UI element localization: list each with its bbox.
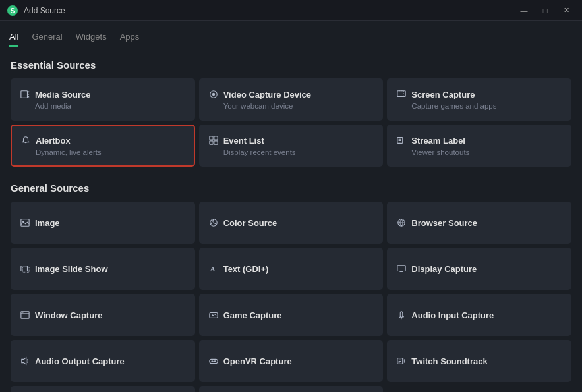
source-name: Game Capture	[223, 310, 282, 320]
window-icon	[20, 310, 30, 320]
source-name: Twitch Soundtrack	[411, 356, 487, 366]
source-name: OpenVR Capture	[223, 356, 292, 366]
svg-rect-14	[214, 141, 218, 144]
source-name: Window Capture	[35, 310, 102, 320]
svg-line-5	[28, 96, 29, 98]
source-card-video-capture[interactable]: Video Capture Device Your webcam device	[199, 78, 384, 121]
close-button[interactable]: ✕	[557, 4, 575, 17]
tab-apps[interactable]: Apps	[120, 21, 140, 47]
source-card-audio-input[interactable]: Audio Input Capture	[387, 294, 571, 336]
source-card-header: Event List	[209, 136, 374, 146]
essential-section-title: Essential Sources	[11, 59, 571, 70]
list-icon	[209, 136, 218, 145]
source-card-header: Audio Output Capture	[20, 356, 185, 366]
source-desc: Display recent events	[223, 148, 374, 156]
browser-icon	[397, 218, 406, 227]
source-card-text-gdi[interactable]: A Text (GDI+)	[199, 248, 384, 290]
source-name: Screen Capture	[411, 90, 475, 99]
svg-rect-11	[210, 136, 213, 140]
svg-point-42	[211, 360, 213, 362]
color-icon	[209, 218, 218, 227]
source-card-window-capture[interactable]: Window Capture	[11, 294, 195, 336]
title-bar: S Add Source — □ ✕	[0, 0, 582, 21]
tab-general[interactable]: General	[32, 21, 62, 47]
essential-grid: Media Source Add media Video Capture Dev…	[11, 78, 571, 167]
source-card-header: Window Capture	[20, 310, 185, 320]
general-section: General Sources Image Color Source	[11, 182, 571, 392]
source-name: Alertbox	[36, 136, 71, 146]
svg-point-33	[24, 312, 24, 313]
tab-widgets[interactable]: Widgets	[76, 21, 107, 47]
source-card-stream-label[interactable]: Stream Label Viewer shoutouts	[387, 125, 571, 167]
source-card-browser-source[interactable]: Browser Source	[387, 202, 571, 244]
source-card-audio-output[interactable]: Audio Output Capture	[11, 340, 195, 382]
source-card-header: A Text (GDI+)	[209, 264, 374, 274]
soundtrack-icon	[397, 356, 406, 366]
svg-rect-13	[210, 141, 213, 144]
source-card-image-slideshow[interactable]: Image Slide Show	[11, 248, 195, 290]
source-card-twitch-soundtrack[interactable]: Twitch Soundtrack	[387, 340, 571, 382]
title-bar-title: Add Source	[24, 6, 65, 15]
svg-point-38	[216, 316, 216, 316]
source-card-header: Image	[20, 218, 185, 228]
audio-output-icon	[20, 356, 30, 366]
label-icon	[397, 136, 406, 145]
source-card-header: OpenVR Capture	[209, 356, 374, 366]
source-card-header: Alertbox	[21, 136, 185, 146]
source-name: Image Slide Show	[35, 264, 108, 274]
svg-point-43	[214, 360, 216, 362]
source-card-header: Twitch Soundtrack	[397, 356, 562, 366]
tab-all[interactable]: All	[9, 21, 18, 47]
title-bar-left: S Add Source	[7, 5, 65, 16]
svg-text:S: S	[11, 7, 15, 14]
source-card-event-list[interactable]: Event List Display recent events	[199, 125, 384, 167]
game-icon	[209, 310, 218, 320]
source-card-openvr[interactable]: OpenVR Capture	[199, 340, 384, 382]
svg-marker-40	[22, 358, 26, 365]
slideshow-icon	[20, 264, 30, 273]
svg-rect-9	[399, 91, 404, 97]
bell-icon	[21, 136, 30, 145]
text-icon: A	[209, 264, 218, 273]
source-card-media-source[interactable]: Media Source Add media	[11, 78, 195, 121]
source-card-game-capture[interactable]: Game Capture	[199, 294, 384, 336]
essential-section: Essential Sources Media Source Add media…	[11, 59, 571, 167]
source-card-header: Video Capture Device	[209, 90, 374, 99]
media-icon	[20, 90, 30, 99]
svg-point-32	[22, 312, 22, 313]
source-card-instant-replay[interactable]: Instant Replay	[199, 386, 384, 392]
general-section-title: General Sources	[11, 182, 571, 194]
general-grid: Image Color Source Browser Source	[11, 202, 571, 392]
source-desc: Dynamic, live alerts	[36, 148, 185, 156]
source-card-display-capture[interactable]: Display Capture	[387, 248, 571, 290]
source-card-color-source[interactable]: Color Source	[199, 202, 384, 244]
title-bar-controls: — □ ✕	[515, 4, 575, 17]
source-card-header: Color Source	[209, 218, 374, 228]
source-card-header: Audio Input Capture	[397, 310, 562, 320]
audio-input-icon	[397, 310, 406, 320]
screen-icon	[397, 90, 406, 99]
source-card-scene[interactable]: Scene	[11, 386, 195, 392]
svg-rect-25	[23, 267, 30, 272]
video-icon	[209, 90, 218, 99]
source-desc: Your webcam device	[223, 102, 374, 110]
minimize-button[interactable]: —	[515, 4, 533, 17]
app-icon: S	[7, 5, 18, 16]
source-card-header: Screen Capture	[397, 90, 562, 99]
svg-rect-12	[214, 136, 218, 140]
source-card-screen-capture[interactable]: Screen Capture Capture games and apps	[387, 78, 571, 121]
source-card-image[interactable]: Image	[11, 202, 195, 244]
svg-rect-8	[397, 91, 405, 97]
source-card-header: Media Source	[20, 90, 185, 99]
source-card-alertbox[interactable]: Alertbox Dynamic, live alerts	[11, 125, 195, 167]
source-name: Text (GDI+)	[223, 264, 269, 274]
maximize-button[interactable]: □	[536, 4, 554, 17]
nav-tabs: All General Widgets Apps	[0, 21, 582, 47]
source-name: Image	[35, 218, 60, 228]
source-name: Media Source	[35, 90, 91, 99]
source-name: Video Capture Device	[223, 90, 311, 99]
svg-rect-24	[21, 266, 28, 271]
image-icon	[20, 218, 30, 227]
source-name: Color Source	[223, 218, 277, 228]
source-card-header: Game Capture	[209, 310, 374, 320]
